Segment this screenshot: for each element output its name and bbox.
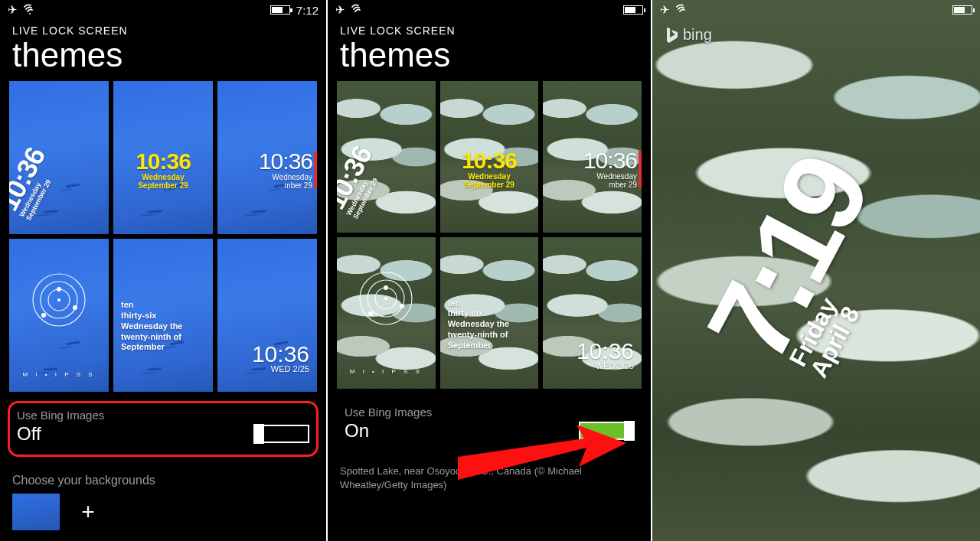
wifi-icon (24, 4, 38, 17)
page-title: themes (328, 37, 651, 81)
airplane-mode-icon: ✈ (335, 3, 345, 17)
toggle-state: On (345, 420, 369, 442)
svg-point-13 (384, 297, 387, 300)
battery-icon (952, 5, 972, 15)
orbit-icon (24, 266, 93, 334)
toggle-state: Off (17, 423, 41, 445)
theme-tile-diagonal[interactable]: 10:36WednesdaySeptember 29 (9, 81, 109, 234)
theme-tile-right[interactable]: 10:36Wednesdaymber 29 (543, 81, 642, 233)
battery-icon (270, 5, 290, 15)
toggle-label: Use Bing Images (17, 409, 309, 422)
theme-grid: 10:36WednesdaySeptember 29 10:36Wednesda… (0, 81, 326, 392)
status-bar: ✈ 7:12 (0, 0, 326, 17)
svg-point-11 (400, 304, 404, 308)
bing-logo: bing (665, 26, 712, 44)
svg-point-6 (57, 298, 60, 301)
page-title: themes (0, 37, 326, 81)
wifi-icon (676, 4, 690, 17)
bing-icon (665, 27, 678, 44)
theme-tile-words[interactable]: ten thirty-six Wednesday the twenty-nint… (113, 239, 213, 392)
svg-point-4 (73, 305, 77, 310)
svg-point-5 (41, 313, 46, 318)
bing-images-switch[interactable] (579, 422, 634, 440)
add-background-button[interactable]: + (64, 494, 112, 530)
airplane-mode-icon: ✈ (8, 3, 18, 17)
airplane-mode-icon: ✈ (660, 3, 670, 17)
theme-grid: 10:36WednesdaySeptember 29 10:36Wednesda… (328, 81, 651, 389)
theme-tile-thin[interactable]: 10:36WED 2/25 (543, 237, 642, 389)
phone-screen-lock[interactable]: ✈ bing 7:19 Friday April 8 (652, 0, 980, 541)
app-title: LIVE LOCK SCREEN (328, 17, 651, 37)
status-time: 7:12 (296, 4, 318, 17)
theme-tile-thin[interactable]: 10:36WED 2/25 (217, 239, 317, 392)
bing-images-switch[interactable] (254, 425, 309, 443)
theme-tile-diagonal[interactable]: 10:36WednesdaySeptember 29 (337, 81, 436, 233)
svg-point-12 (368, 311, 373, 316)
theme-tile-yellow[interactable]: 10:36WednesdaySeptember 29 (113, 81, 213, 234)
choose-backgrounds-label: Choose your backgrounds (0, 455, 326, 494)
theme-tile-words[interactable]: ten thirty-six Wednesday the twenty-nint… (440, 237, 539, 389)
status-bar: ✈ (652, 0, 980, 17)
theme-tile-orbit[interactable]: M I • I P S S (9, 239, 109, 392)
status-bar: ✈ (328, 0, 651, 17)
phone-screen-2: ✈ LIVE LOCK SCREEN themes 10:36Wednesday… (326, 0, 652, 541)
background-row: + (0, 494, 326, 530)
toggle-label: Use Bing Images (345, 406, 634, 419)
background-thumb[interactable] (12, 494, 60, 530)
phone-screen-1: ✈ 7:12 LIVE LOCK SCREEN themes 10:36Wedn… (0, 0, 326, 541)
orbit-icon (351, 264, 420, 333)
wifi-icon (351, 4, 365, 17)
image-credit: Spotted Lake, near Osoyoos, B.C., Canada… (328, 452, 651, 491)
battery-icon (623, 5, 643, 15)
app-title: LIVE LOCK SCREEN (0, 17, 326, 37)
use-bing-toggle-row: Use Bing Images On (337, 399, 642, 452)
svg-point-10 (384, 285, 388, 290)
svg-point-3 (57, 287, 61, 292)
theme-tile-yellow[interactable]: 10:36WednesdaySeptember 29 (440, 81, 539, 233)
theme-tile-right[interactable]: 10:36Wednesdaymber 29 (217, 81, 317, 234)
theme-tile-orbit[interactable]: M I • I P S S (337, 237, 436, 389)
use-bing-toggle-row: Use Bing Images Off (9, 402, 317, 455)
